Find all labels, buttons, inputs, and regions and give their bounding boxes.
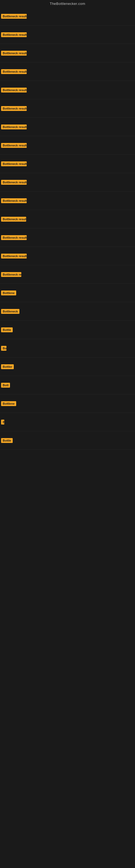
bottleneck-badge[interactable]: Bottleneck result: [1, 14, 27, 19]
list-item: Bottleneck result: [0, 210, 135, 228]
bottleneck-badge[interactable]: Bottleneck result: [1, 124, 27, 129]
list-item: Bottleneck result: [0, 136, 135, 155]
bottleneck-badge[interactable]: Bottleneck result: [1, 217, 26, 222]
list-item: Bottlene: [0, 284, 135, 302]
list-item: Bott: [0, 376, 135, 394]
bottleneck-badge[interactable]: Bottleneck result: [1, 32, 27, 37]
list-item: Bottle: [0, 431, 135, 450]
list-item: Bottleneck result: [0, 99, 135, 118]
bottleneck-badge[interactable]: Bottleneck: [1, 309, 19, 314]
bottleneck-badge[interactable]: Bottleneck result: [1, 180, 27, 185]
bottleneck-badge[interactable]: Bottlene: [1, 290, 16, 296]
bottleneck-badge[interactable]: Bottleneck result: [1, 143, 27, 148]
bottleneck-badge[interactable]: Bottleneck result: [1, 235, 27, 240]
list-item: Bottleneck result: [0, 118, 135, 136]
bottleneck-badge[interactable]: Bottle: [1, 438, 13, 443]
bottleneck-badge[interactable]: Bott: [1, 383, 10, 388]
bottleneck-badge[interactable]: Bottleneck result: [1, 106, 27, 111]
bottleneck-badge[interactable]: Bottleneck result: [1, 69, 27, 74]
list-item: B: [0, 413, 135, 431]
site-title: TheBottlenecker.com: [50, 2, 85, 6]
bottleneck-badge[interactable]: Bo: [1, 346, 6, 351]
list-item: Bottleneck result: [0, 26, 135, 44]
list-item: Bottleneck result: [0, 173, 135, 191]
bottleneck-badge[interactable]: Bottleneck result: [1, 51, 27, 56]
bottleneck-badge[interactable]: Bottler: [1, 364, 14, 369]
badge-list: Bottleneck resultBottleneck resultBottle…: [0, 7, 135, 867]
list-item: Bottleneck re: [0, 265, 135, 284]
bottleneck-badge[interactable]: Bottleneck result: [1, 254, 27, 258]
bottleneck-badge[interactable]: Bottleneck result: [1, 88, 27, 93]
list-item: Bo: [0, 339, 135, 358]
bottleneck-badge[interactable]: B: [1, 420, 4, 425]
list-item: Bottleneck result: [0, 62, 135, 81]
bottleneck-badge[interactable]: Bottle: [1, 328, 13, 332]
list-item: Bottleneck result: [0, 7, 135, 26]
list-item: Bottleneck result: [0, 191, 135, 210]
bottleneck-badge[interactable]: Bottleneck re: [1, 272, 21, 277]
list-item: Bottler: [0, 358, 135, 376]
list-item: Bottleneck: [0, 302, 135, 321]
bottleneck-badge[interactable]: Bottleneck result: [1, 161, 27, 166]
bottleneck-badge[interactable]: Bottleneck result: [1, 198, 27, 203]
site-title-container: TheBottlenecker.com: [0, 0, 135, 7]
bottleneck-badge[interactable]: Bottlene: [1, 401, 16, 406]
list-item: Bottleneck result: [0, 44, 135, 62]
list-item: Bottle: [0, 321, 135, 339]
list-item: Bottlene: [0, 394, 135, 413]
list-item: Bottleneck result: [0, 81, 135, 99]
list-item: Bottleneck result: [0, 228, 135, 247]
list-item: Bottleneck result: [0, 155, 135, 173]
list-item: Bottleneck result: [0, 247, 135, 265]
